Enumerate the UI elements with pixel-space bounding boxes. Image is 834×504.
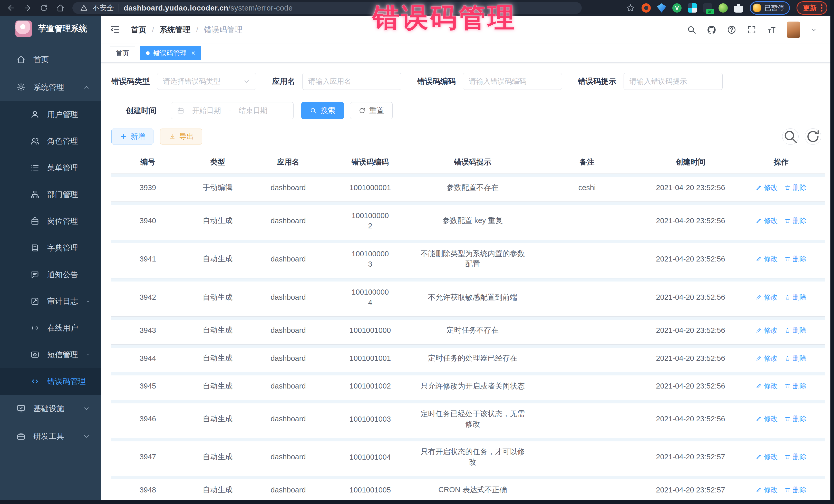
refresh-table-button[interactable] — [805, 128, 821, 145]
cell: dashboard — [251, 372, 325, 400]
delete-link[interactable]: 删除 — [785, 216, 807, 225]
sidebar-item-label: 错误码管理 — [47, 376, 86, 387]
breadcrumb: 首页/系统管理/错误码管理 — [131, 25, 242, 35]
font-size-icon[interactable] — [767, 25, 776, 35]
browser-update-button[interactable]: 更新 — [796, 1, 827, 15]
edit-link[interactable]: 修改 — [756, 381, 778, 391]
column-header: 备注 — [530, 151, 643, 174]
forward-icon[interactable] — [23, 4, 32, 12]
sidebar-item-devtools[interactable]: 研发工具 — [0, 422, 101, 450]
cell: 3948 — [111, 476, 184, 504]
tag-item[interactable]: 首页 — [110, 46, 135, 60]
search-button-label: 搜索 — [321, 106, 335, 116]
edit-link[interactable]: 修改 — [756, 485, 778, 495]
edit-pencil-icon — [756, 416, 762, 422]
edit-pencil-icon — [756, 294, 762, 300]
tag-close-icon[interactable]: × — [191, 49, 195, 57]
delete-link[interactable]: 删除 — [785, 292, 807, 302]
delete-link[interactable]: 删除 — [785, 254, 807, 264]
tag-active[interactable]: 错误码管理× — [140, 46, 201, 60]
paused-label: 已暂停 — [765, 4, 785, 13]
delete-link[interactable]: 删除 — [785, 414, 807, 423]
edit-link[interactable]: 修改 — [756, 292, 778, 302]
sidebar-item-dept[interactable]: 部门管理 — [0, 181, 101, 208]
extension-ubuntu-icon[interactable] — [641, 3, 651, 13]
search-button[interactable]: 搜索 — [301, 102, 344, 119]
sidebar-item-post[interactable]: 岗位管理 — [0, 208, 101, 235]
user-avatar[interactable] — [787, 22, 800, 38]
submenu-system: 用户管理角色管理菜单管理部门管理岗位管理字典管理通知公告审计日志在线用户短信管理… — [0, 101, 101, 395]
extension-key-icon[interactable] — [719, 3, 728, 13]
edit-link[interactable]: 修改 — [756, 354, 778, 363]
sidebar-collapse-icon[interactable] — [110, 25, 120, 35]
app-name-input[interactable]: 请输入应用名 — [302, 73, 401, 90]
sidebar-logo-row[interactable]: 芋道管理系统 — [0, 16, 101, 42]
export-button[interactable]: 导出 — [160, 129, 202, 145]
reset-button-label: 重置 — [369, 106, 384, 116]
sidebar: 芋道管理系统 首页系统管理用户管理角色管理菜单管理部门管理岗位管理字典管理通知公… — [0, 16, 101, 500]
cell-error-code: 1001001005 — [325, 476, 415, 504]
sidebar-item-error-code[interactable]: 错误码管理 — [0, 368, 101, 395]
delete-link[interactable]: 删除 — [785, 354, 807, 363]
sidebar-item-sms[interactable]: 短信管理 — [0, 341, 101, 368]
avatar-caret-down-icon[interactable] — [810, 26, 817, 33]
cell: 3944 — [111, 344, 184, 372]
profile-paused-badge[interactable]: 已暂停 — [750, 1, 790, 15]
fullscreen-icon[interactable] — [747, 25, 756, 35]
bookmark-star-icon[interactable] — [626, 4, 635, 12]
table-row: 3946自动生成dashboard1001001003定时任务已经处于该状态，无… — [111, 400, 825, 438]
extension-gem-icon[interactable] — [657, 3, 666, 13]
cell: dashboard — [251, 344, 325, 372]
add-button[interactable]: 新增 — [111, 129, 153, 145]
sidebar-item-role[interactable]: 角色管理 — [0, 128, 101, 154]
filter-label: 错误码提示 — [578, 76, 616, 87]
column-header: 类型 — [184, 151, 251, 174]
edit-link[interactable]: 修改 — [756, 183, 778, 192]
search-icon[interactable] — [687, 25, 697, 35]
extension-on-icon[interactable] — [703, 3, 712, 13]
breadcrumb-item[interactable]: 首页 — [131, 25, 146, 35]
sidebar-item-notice[interactable]: 通知公告 — [0, 261, 101, 288]
not-secure-warning-icon — [80, 4, 88, 12]
sidebar-item-dict[interactable]: 字典管理 — [0, 235, 101, 261]
delete-link[interactable]: 删除 — [785, 326, 807, 335]
error-type-select[interactable]: 请选择错误码类型 — [157, 73, 256, 90]
sidebar-item-menu[interactable]: 菜单管理 — [0, 154, 101, 181]
breadcrumb-item[interactable]: 系统管理 — [160, 25, 191, 35]
edit-link[interactable]: 修改 — [756, 452, 778, 461]
home-icon[interactable] — [56, 4, 65, 12]
sidebar-item-home[interactable]: 首页 — [0, 46, 101, 73]
delete-link[interactable]: 删除 — [785, 485, 807, 495]
github-icon[interactable] — [707, 25, 717, 35]
error-code-input[interactable]: 请输入错误码编码 — [463, 73, 562, 90]
edit-link[interactable]: 修改 — [756, 326, 778, 335]
reload-icon[interactable] — [40, 4, 48, 12]
breadcrumb-separator: / — [196, 25, 198, 34]
edit-link[interactable]: 修改 — [756, 216, 778, 225]
edit-link[interactable]: 修改 — [756, 414, 778, 423]
sidebar-item-user[interactable]: 用户管理 — [0, 101, 101, 128]
sidebar-item-label: 系统管理 — [34, 82, 64, 93]
export-button-label: 导出 — [179, 132, 194, 141]
date-range-picker[interactable]: 开始日期 - 结束日期 — [171, 102, 293, 119]
sidebar-item-online-user[interactable]: 在线用户 — [0, 314, 101, 341]
edit-link[interactable]: 修改 — [756, 254, 778, 264]
help-icon[interactable] — [727, 25, 737, 35]
delete-link[interactable]: 删除 — [785, 183, 807, 192]
extension-greenv-icon[interactable]: V — [672, 3, 682, 13]
error-hint-input[interactable]: 请输入错误码提示 — [623, 73, 723, 90]
show-search-toggle-button[interactable] — [782, 128, 798, 145]
cell: dashboard — [251, 278, 325, 316]
cell — [530, 344, 643, 372]
sidebar-item-system[interactable]: 系统管理 — [0, 73, 101, 101]
reset-button[interactable]: 重置 — [350, 102, 393, 119]
notice-icon — [30, 270, 40, 279]
sidebar-item-audit-log[interactable]: 审计日志 — [0, 288, 101, 314]
delete-link[interactable]: 删除 — [785, 381, 807, 391]
sidebar-item-infra[interactable]: 基础设施 — [0, 395, 101, 422]
extension-grid-icon[interactable] — [688, 3, 697, 13]
chrome-menu-icon[interactable] — [821, 4, 822, 12]
back-icon[interactable] — [7, 4, 15, 12]
extension-puzzle-icon[interactable] — [734, 3, 743, 13]
delete-link[interactable]: 删除 — [785, 452, 807, 461]
